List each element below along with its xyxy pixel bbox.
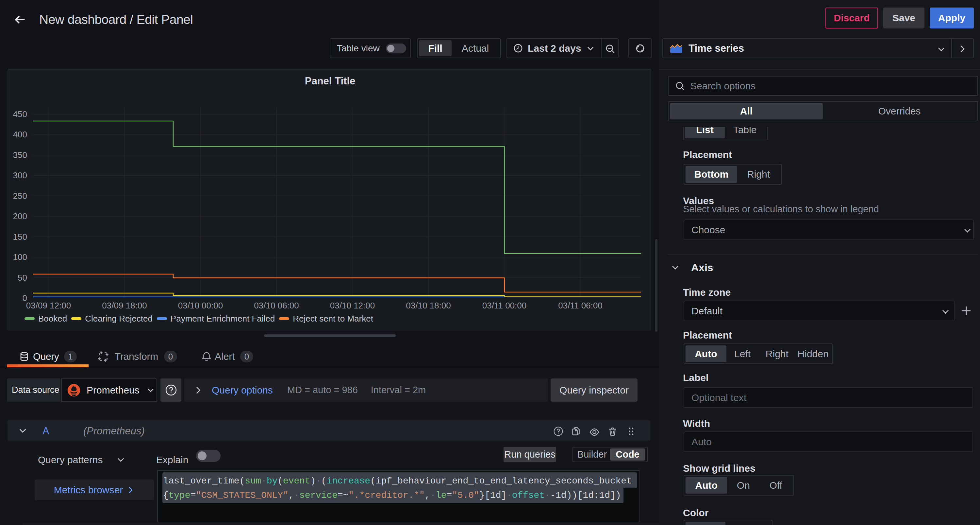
svg-text:03/09 18:00: 03/09 18:00: [102, 301, 147, 310]
svg-text:250: 250: [13, 191, 27, 201]
svg-text:200: 200: [13, 211, 27, 221]
svg-text:03/10 00:00: 03/10 00:00: [178, 301, 223, 310]
svg-text:300: 300: [13, 171, 27, 180]
svg-text:03/10 06:00: 03/10 06:00: [254, 301, 299, 310]
svg-text:03/11 06:00: 03/11 06:00: [558, 301, 602, 310]
svg-text:50: 50: [18, 273, 27, 282]
svg-text:100: 100: [13, 252, 27, 262]
svg-text:03/10 18:00: 03/10 18:00: [406, 301, 450, 310]
svg-text:450: 450: [13, 109, 27, 119]
svg-text:350: 350: [13, 150, 27, 160]
svg-text:150: 150: [13, 232, 27, 242]
svg-text:03/09 12:00: 03/09 12:00: [26, 301, 71, 310]
svg-text:03/10 12:00: 03/10 12:00: [330, 301, 375, 310]
svg-text:400: 400: [13, 129, 27, 139]
svg-text:03/11 00:00: 03/11 00:00: [482, 301, 527, 310]
